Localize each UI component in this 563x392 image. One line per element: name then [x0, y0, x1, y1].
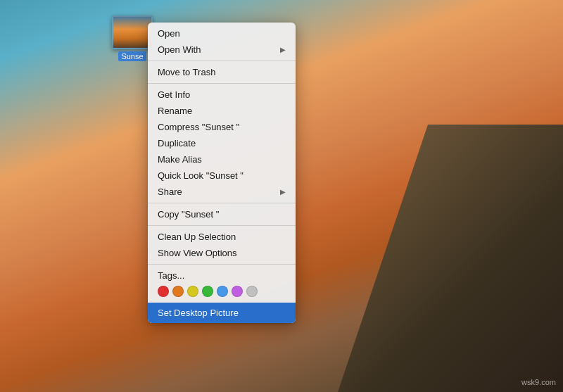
menu-section-trash: Move to Trash	[148, 61, 296, 83]
menu-item-get-info[interactable]: Get Info	[148, 87, 296, 103]
menu-item-quick-look[interactable]: Quick Look "Sunset "	[148, 167, 296, 184]
tag-gray[interactable]	[246, 286, 258, 297]
tag-blue[interactable]	[217, 286, 228, 297]
menu-item-show-view-options[interactable]: Show View Options	[148, 245, 296, 261]
icon-label: Sunse	[118, 51, 146, 61]
menu-section-view: Clean Up Selection Show View Options	[148, 225, 296, 264]
context-menu: Open Open With ▶ Move to Trash Get Info …	[148, 23, 296, 323]
menu-item-rename[interactable]: Rename	[148, 103, 296, 119]
menu-section-copy: Copy "Sunset "	[148, 203, 296, 225]
icon-thumbnail	[112, 15, 153, 49]
tag-green[interactable]	[202, 286, 213, 297]
watermark: wsk9.com	[521, 378, 556, 386]
tag-purple[interactable]	[232, 286, 243, 297]
tag-orange[interactable]	[172, 286, 184, 297]
menu-item-duplicate[interactable]: Duplicate	[148, 135, 296, 151]
menu-item-clean-up[interactable]: Clean Up Selection	[148, 229, 296, 245]
tag-yellow[interactable]	[187, 286, 198, 297]
menu-item-share[interactable]: Share ▶	[148, 184, 296, 200]
menu-section-fileops: Get Info Rename Compress "Sunset " Dupli…	[148, 83, 296, 203]
menu-item-copy[interactable]: Copy "Sunset "	[148, 206, 296, 222]
menu-item-tags[interactable]: Tags...	[148, 267, 296, 284]
menu-item-compress[interactable]: Compress "Sunset "	[148, 119, 296, 135]
submenu-arrow-icon: ▶	[280, 46, 286, 53]
submenu-arrow-share-icon: ▶	[280, 188, 286, 196]
menu-section-open: Open Open With ▶	[148, 23, 296, 61]
menu-section-tags: Tags...	[148, 264, 296, 303]
menu-item-set-desktop-picture[interactable]: Set Desktop Picture	[148, 303, 296, 323]
menu-item-move-to-trash[interactable]: Move to Trash	[148, 64, 296, 80]
menu-item-open[interactable]: Open	[148, 25, 296, 42]
menu-item-make-alias[interactable]: Make Alias	[148, 151, 296, 167]
tag-color-row	[148, 284, 296, 301]
tag-red[interactable]	[158, 286, 169, 297]
menu-item-open-with[interactable]: Open With ▶	[148, 42, 296, 58]
